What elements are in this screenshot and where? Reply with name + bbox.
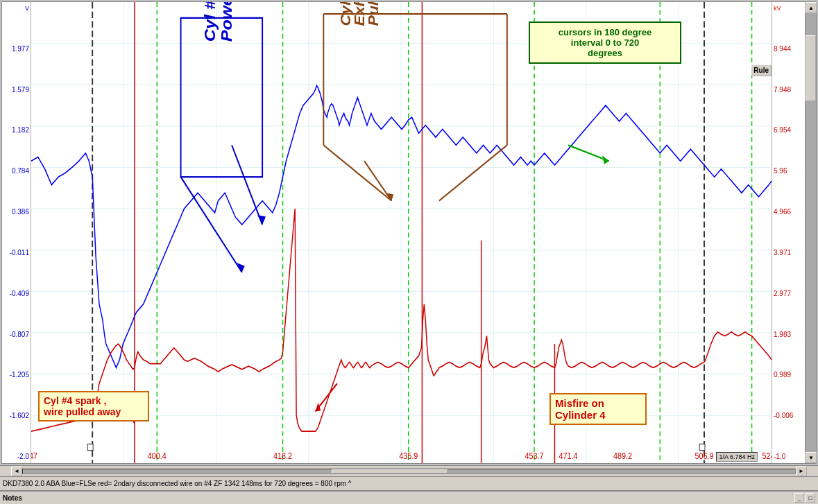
scroll-up-button[interactable]: ▲ [806,2,817,13]
y-right-v1: 8.944 [774,45,803,53]
scroll-h-thumb[interactable] [332,469,448,473]
svg-text:Power: Power [219,2,235,42]
notes-label: Notes [3,494,22,502]
notes-maximize-button[interactable]: □ [806,493,815,503]
svg-text:400.4: 400.4 [148,451,167,460]
y-left-v5: 0.386 [3,208,29,216]
y-right-unit: kV [774,5,803,12]
scroll-v-thumb[interactable] [806,35,816,101]
scroll-v-track[interactable] [806,13,816,452]
y-left-v10: -1.602 [3,412,29,419]
svg-text:453.7: 453.7 [525,451,544,460]
y-left-v6: -0.011 [3,249,29,257]
vertical-scrollbar[interactable]: ▲ ▼ [805,2,816,463]
scroll-right-button[interactable]: ► [796,467,807,476]
svg-text:435.9: 435.9 [399,451,418,460]
y-left-unit: V [3,5,29,12]
svg-text:524.7: 524.7 [762,451,772,460]
scroll-h-track[interactable] [22,469,796,474]
y-right-v8: 1.983 [774,331,803,338]
svg-text:418.2: 418.2 [273,451,292,460]
statusbar: DKD7380 2.0 ABA Blue=FLSe red= 2ndary di… [0,476,818,490]
notes-minimize-button[interactable]: _ [794,493,804,503]
horizontal-scrollbar[interactable]: ◄ ► [0,465,818,476]
y-right-v2: 7.948 [774,86,803,94]
y-left-v7: -0.409 [3,290,29,297]
main-window: V 1.977 1.579 1.182 0.784 0.386 -0.011 -… [0,0,818,504]
y-left-v1: 1.977 [3,45,29,53]
y-right-v3: 6.954 [774,126,803,134]
scroll-down-button[interactable]: ▼ [806,452,817,463]
svg-text:506.9: 506.9 [695,451,714,460]
y-right-v6: 3.971 [774,249,803,257]
scroll-left-button[interactable]: ◄ [11,467,22,476]
statusbar-text: DKD7380 2.0 ABA Blue=FLSe red= 2ndary di… [3,480,352,487]
svg-text:489.2: 489.2 [613,451,632,460]
y-right-v9: 0.989 [774,371,803,379]
rule-button[interactable]: Rule [751,64,772,76]
svg-rect-31 [699,444,705,450]
y-left-v4: 0.784 [3,167,29,175]
y-right-v4: 5.96 [774,167,803,175]
y-right-v5: 4.966 [774,208,803,216]
svg-rect-30 [87,444,93,450]
y-right-v11: -1.0 [774,453,803,460]
y-left-v9: -1.205 [3,371,29,379]
chart-svg: 347 400.4 418.2 435.9 453.7 471.4 489.2 … [31,2,772,463]
chart-area: V 1.977 1.579 1.182 0.784 0.386 -0.011 -… [1,1,817,464]
notes-bar: Notes _ □ [0,490,818,504]
zoom-text: 1/A 6.784 Hz [719,453,755,460]
svg-text:347: 347 [31,451,37,460]
y-right-v10: -0.006 [774,412,803,419]
zoom-indicator: 1/A 6.784 Hz [716,452,758,462]
y-left-v8: -0.807 [3,331,29,338]
y-axis-left: V 1.977 1.579 1.182 0.784 0.386 -0.011 -… [2,2,31,463]
chart-main[interactable]: 347 400.4 418.2 435.9 453.7 471.4 489.2 … [31,2,772,463]
svg-text:Cyl #4: Cyl #4 [201,2,218,42]
y-left-v3: 1.182 [3,126,29,134]
y-axis-right: kV 8.944 7.948 6.954 5.96 4.966 3.971 2.… [772,2,805,463]
y-left-v2: 1.579 [3,86,29,94]
y-left-v11: -2.0 [3,453,29,460]
svg-text:471.4: 471.4 [559,451,578,460]
y-right-v7: 2.977 [774,290,803,297]
